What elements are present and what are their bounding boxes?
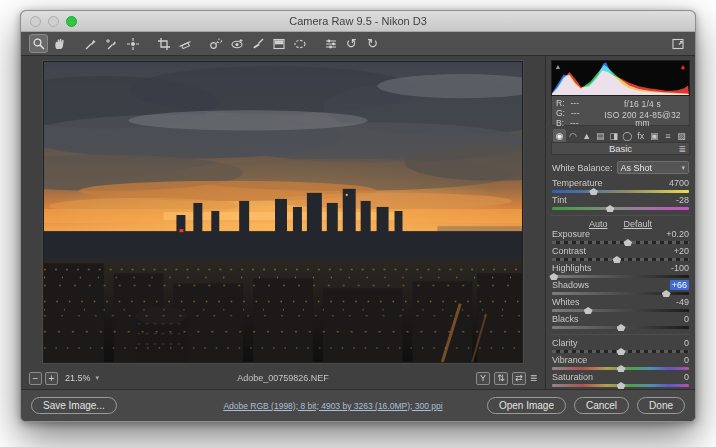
tab-basic[interactable]: ◉ — [553, 129, 566, 142]
preview-bar: − + 21.5% ▾ Adobe_00759826.NEF Y ⇅ ⇄ ≡ — [21, 367, 545, 389]
shadows-value-selected: +66 — [670, 280, 689, 290]
copy-settings-button[interactable]: ⇄ — [512, 372, 526, 385]
highlight-clipping-indicator[interactable]: ▲ — [678, 62, 688, 71]
shadow-clipping-indicator[interactable]: ▲ — [553, 62, 563, 71]
preferences-tool-icon[interactable] — [321, 34, 340, 53]
chevron-down-icon: ▾ — [681, 164, 685, 172]
zoom-tool-icon[interactable] — [29, 34, 48, 53]
slider-highlights: Highlights-100 — [551, 263, 690, 280]
tab-lens-corrections[interactable]: ◯ — [621, 129, 634, 142]
save-image-button[interactable]: Save Image... — [31, 397, 117, 414]
slider-shadows: Shadows+66 — [551, 280, 690, 297]
toggle-fullscreen-icon[interactable] — [668, 34, 687, 53]
tab-tone-curve[interactable]: ◠ — [567, 129, 580, 142]
tab-effects[interactable]: fx — [634, 129, 647, 142]
auto-link[interactable]: Auto — [589, 219, 608, 229]
rgb-g-value: --- — [571, 109, 580, 117]
white-balance-tool-icon[interactable] — [81, 34, 100, 53]
slider-vibrance: Vibrance0 — [551, 355, 690, 372]
tab-split-toning[interactable]: ◨ — [607, 129, 620, 142]
red-eye-tool-icon[interactable] — [227, 34, 246, 53]
exif-info: R:--- G:--- B:--- f/16 1/4 s ISO 200 24-… — [551, 96, 690, 126]
camera-raw-window: Camera Raw 9.5 - Nikon D3 — [20, 10, 696, 422]
default-link[interactable]: Default — [623, 219, 652, 229]
panel-tabs: ◉ ◠ ▲ ▤ ◨ ◯ fx ▣ ≡ ▨ — [551, 126, 690, 142]
tab-presets[interactable]: ≡ — [661, 129, 674, 142]
hand-tool-icon[interactable] — [50, 34, 69, 53]
histogram: ▲ ▲ — [551, 60, 690, 96]
radial-filter-tool-icon[interactable] — [290, 34, 309, 53]
tab-snapshots[interactable]: ▨ — [675, 129, 688, 142]
rotate-left-tool-icon[interactable]: ↺ — [342, 34, 361, 53]
slider-blacks: Blacks0 — [551, 314, 690, 331]
slider-whites: Whites-49 — [551, 297, 690, 314]
graduated-filter-tool-icon[interactable] — [269, 34, 288, 53]
done-button[interactable]: Done — [637, 397, 685, 414]
swap-before-after-button[interactable]: ⇅ — [494, 372, 508, 385]
titlebar: Camera Raw 9.5 - Nikon D3 — [21, 11, 695, 32]
white-balance-row: White Balance: As Shot ▾ — [552, 161, 689, 174]
tab-detail[interactable]: ▲ — [580, 129, 593, 142]
color-sampler-tool-icon[interactable] — [102, 34, 121, 53]
cancel-button[interactable]: Cancel — [574, 397, 629, 414]
exif-iso-lens: ISO 200 24-85@32 mm — [600, 111, 685, 127]
exif-exposure: f/16 1/4 s — [600, 100, 685, 108]
zoom-out-button[interactable]: − — [29, 372, 42, 385]
rotate-right-tool-icon[interactable]: ↻ — [363, 34, 382, 53]
targeted-adjustment-tool-icon[interactable] — [123, 34, 142, 53]
preview-menu-icon[interactable]: ≡ — [530, 372, 537, 384]
section-title: Basic — [609, 143, 632, 154]
spot-removal-tool-icon[interactable] — [206, 34, 225, 53]
toolbar: ↺ ↻ — [21, 32, 695, 56]
slider-saturation: Saturation0 — [551, 372, 690, 389]
photo-preview[interactable] — [43, 61, 523, 363]
preview-area: − + 21.5% ▾ Adobe_00759826.NEF Y ⇅ ⇄ ≡ — [21, 56, 545, 389]
crop-tool-icon[interactable] — [154, 34, 173, 53]
adjustments-panel: ▲ ▲ R:--- G:--- B:--- f/16 1/4 s ISO 200… — [545, 56, 695, 389]
tab-hsl-grayscale[interactable]: ▤ — [594, 129, 607, 142]
slider-clarity: Clarity0 — [551, 338, 690, 355]
window-title: Camera Raw 9.5 - Nikon D3 — [21, 15, 695, 27]
workflow-options-link[interactable]: Adobe RGB (1998); 8 bit; 4903 by 3263 (1… — [161, 401, 505, 411]
tab-camera-calibration[interactable]: ▣ — [648, 129, 661, 142]
zoom-level-select[interactable]: 21.5% — [65, 373, 91, 383]
zoom-in-button[interactable]: + — [45, 372, 58, 385]
zoom-level-caret-icon[interactable]: ▾ — [96, 374, 100, 382]
preview-mode-button[interactable]: Y — [476, 372, 490, 385]
basic-section-header: Basic ≣ — [551, 142, 690, 155]
slider-contrast: Contrast+20 — [551, 246, 690, 263]
rgb-r-value: --- — [571, 99, 580, 107]
slider-exposure: Exposure+0.20 — [551, 229, 690, 246]
footer-bar: Save Image... Adobe RGB (1998); 8 bit; 4… — [21, 389, 695, 421]
white-balance-select[interactable]: As Shot ▾ — [617, 161, 689, 174]
adjustment-brush-tool-icon[interactable] — [248, 34, 267, 53]
filename-label: Adobe_00759826.NEF — [21, 373, 545, 383]
straighten-tool-icon[interactable] — [175, 34, 194, 53]
white-balance-label: White Balance: — [552, 163, 613, 173]
slider-tint: Tint-28 — [551, 195, 690, 212]
section-menu-icon[interactable]: ≣ — [678, 145, 686, 154]
slider-temperature: Temperature4700 — [551, 178, 690, 195]
